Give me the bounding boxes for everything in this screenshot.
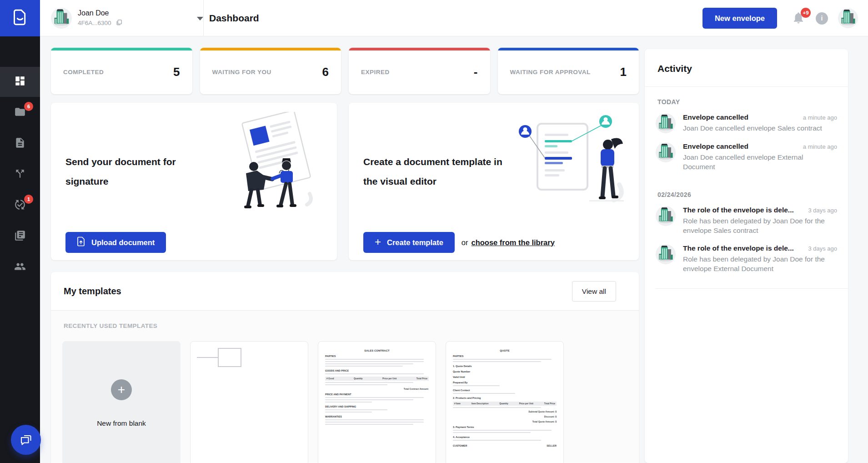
- template-card-quote[interactable]: QUOTE PARTIES 1. Quote Details Quote Num…: [446, 341, 564, 463]
- sidebar-item-workflows[interactable]: [0, 160, 40, 190]
- template-card-sales-contract[interactable]: SALES CONTRACT PARTIES GOODS AND PRICE #…: [318, 341, 436, 463]
- stat-label: EXPIRED: [361, 69, 390, 75]
- template-card-title: Create a document template in the visual…: [363, 152, 502, 191]
- copy-icon[interactable]: [115, 19, 123, 28]
- or-text: or: [462, 238, 468, 247]
- activity-item-time: 3 days ago: [808, 207, 837, 214]
- my-templates-body: RECENTLY USED TEMPLATES + New from blank…: [51, 311, 639, 463]
- send-document-card: Send your document for signature: [51, 103, 337, 260]
- activity-item-time: a minute ago: [803, 114, 837, 121]
- doc-table-header: # Item Item Description Quantity Price p…: [453, 402, 557, 406]
- doc-title: QUOTE: [453, 349, 557, 352]
- doc-section: 3. Payment Terms: [453, 426, 557, 428]
- stat-card-waiting-for-approval[interactable]: WAITING FOR APPROVAL 1: [498, 48, 639, 94]
- activity-item[interactable]: Envelope cancelled a minute ago Joan Doe…: [645, 137, 848, 176]
- doc-footer: CUSTOMER SELLER: [453, 444, 557, 447]
- doc-section: PARTIES: [325, 355, 429, 357]
- stat-card-waiting-for-you[interactable]: WAITING FOR YOU 6: [200, 48, 341, 94]
- sidebar-item-contacts[interactable]: [0, 252, 40, 282]
- header-divider: [203, 0, 204, 36]
- activity-item[interactable]: Envelope cancelled a minute ago Joan Doe…: [645, 108, 848, 137]
- activity-item-desc: Joan Doe cancelled envelope Sales contra…: [683, 123, 837, 133]
- bell-icon: [792, 18, 805, 26]
- doc-section: Client Contact: [453, 389, 557, 392]
- send-card-title: Send your document for signature: [65, 152, 176, 191]
- pending-tasks-badge: 1: [24, 195, 33, 204]
- activity-item-title: The role of the envelope is dele...: [683, 206, 794, 214]
- my-templates-section: My templates View all RECENTLY USED TEMP…: [51, 272, 639, 463]
- sidebar-nav: 6 1: [0, 67, 40, 282]
- recently-used-label: RECENTLY USED TEMPLATES: [64, 322, 639, 329]
- activity-item-desc: Role has been delegated by Joan Doe for …: [683, 216, 837, 235]
- activity-group-label-today: TODAY: [645, 87, 848, 108]
- stats-row: COMPLETED 5 WAITING FOR YOU 6 EXPIRED - …: [51, 48, 639, 94]
- new-envelope-button[interactable]: New envelope: [702, 8, 777, 29]
- activity-avatar: [656, 142, 676, 162]
- activity-item[interactable]: The role of the envelope is dele... 3 da…: [645, 239, 848, 277]
- template-new-from-blank[interactable]: + New from blank: [62, 341, 181, 463]
- app-logo[interactable]: [0, 0, 40, 36]
- stat-label: WAITING FOR YOU: [212, 69, 271, 75]
- notifications-button[interactable]: +9: [792, 11, 806, 25]
- doc-table-header: # Good Quantity Price per Unit Total Pri…: [325, 377, 429, 381]
- account-id: 4F6A...6300: [78, 20, 111, 26]
- info-icon: i: [821, 15, 823, 22]
- account-name: Joan Doe: [78, 9, 123, 17]
- view-all-button[interactable]: View all: [572, 281, 616, 302]
- activity-item-time: 3 days ago: [808, 245, 837, 252]
- doc-section: PRICE AND PAYMENT: [325, 393, 429, 396]
- activity-title: Activity: [645, 49, 848, 86]
- sidebar-item-documents[interactable]: [0, 129, 40, 159]
- chat-support-button[interactable]: [11, 425, 41, 455]
- plus-icon: +: [375, 237, 381, 247]
- chat-bubbles-icon: [19, 432, 33, 448]
- activity-item-title: Envelope cancelled: [683, 142, 748, 151]
- app-root: 6 1: [0, 0, 868, 463]
- sidebar-item-library[interactable]: [0, 221, 40, 252]
- stat-value: 1: [620, 65, 627, 79]
- stat-value: 6: [322, 65, 329, 79]
- stat-card-expired[interactable]: EXPIRED -: [349, 48, 490, 94]
- doc-section: DELIVERY AND SHIPPING: [325, 405, 429, 408]
- info-button[interactable]: i: [816, 12, 828, 25]
- upload-document-button[interactable]: Upload document: [65, 232, 166, 253]
- account-avatar: [51, 8, 72, 29]
- user-avatar[interactable]: [838, 8, 858, 28]
- handshake-illustration: [202, 112, 330, 218]
- document-smile-logo-icon: [11, 8, 29, 28]
- stat-card-completed[interactable]: COMPLETED 5: [51, 48, 192, 94]
- page-title: Dashboard: [209, 0, 259, 36]
- doc-total: Discount: $: [453, 415, 557, 418]
- account-text: Joan Doe 4F6A...6300: [78, 9, 123, 28]
- sidebar-item-pending-tasks[interactable]: 1: [0, 191, 40, 221]
- activity-item-time: a minute ago: [803, 143, 837, 150]
- upload-file-icon: [77, 237, 85, 248]
- account-selector[interactable]: Joan Doe 4F6A...6300: [51, 0, 203, 36]
- doc-section: Valid Until: [453, 376, 557, 378]
- doc-title: SALES CONTRACT: [325, 349, 429, 352]
- activity-item-title: Envelope cancelled: [683, 113, 748, 121]
- sidebar-item-dashboard[interactable]: [0, 67, 40, 97]
- activity-avatar: [656, 244, 676, 264]
- dashboard-grid-icon: [14, 75, 26, 89]
- field-placeholder-motif: [197, 348, 308, 367]
- doc-total: Subtotal Quote Amount: $: [453, 410, 557, 413]
- template-card-blank-doc[interactable]: [190, 341, 308, 463]
- doc-section: PARTIES: [453, 355, 557, 357]
- activity-item[interactable]: The role of the envelope is dele... 3 da…: [645, 201, 848, 239]
- create-template-button[interactable]: + Create template: [363, 232, 455, 253]
- plus-circle-icon: +: [111, 379, 132, 400]
- activity-item-desc: Role has been delegated by Joan Doe for …: [683, 254, 837, 273]
- choose-from-library-link[interactable]: choose from the library: [472, 238, 555, 247]
- doc-section: 1. Quote Details: [453, 365, 557, 367]
- activity-panel: Activity TODAY Envelope cancelled a minu…: [645, 49, 848, 463]
- sidebar-item-folders[interactable]: 6: [0, 98, 40, 128]
- activity-item-title: The role of the envelope is dele...: [683, 244, 794, 252]
- doc-section: Prepared By: [453, 381, 557, 384]
- my-templates-header: My templates View all: [51, 272, 639, 311]
- stat-value: 5: [173, 65, 180, 79]
- notification-badge: +9: [801, 8, 811, 18]
- header-actions: New envelope +9 i: [702, 0, 858, 36]
- doc-section: GOODS AND PRICE: [325, 369, 429, 372]
- doc-section: WARRANTIES: [325, 415, 429, 418]
